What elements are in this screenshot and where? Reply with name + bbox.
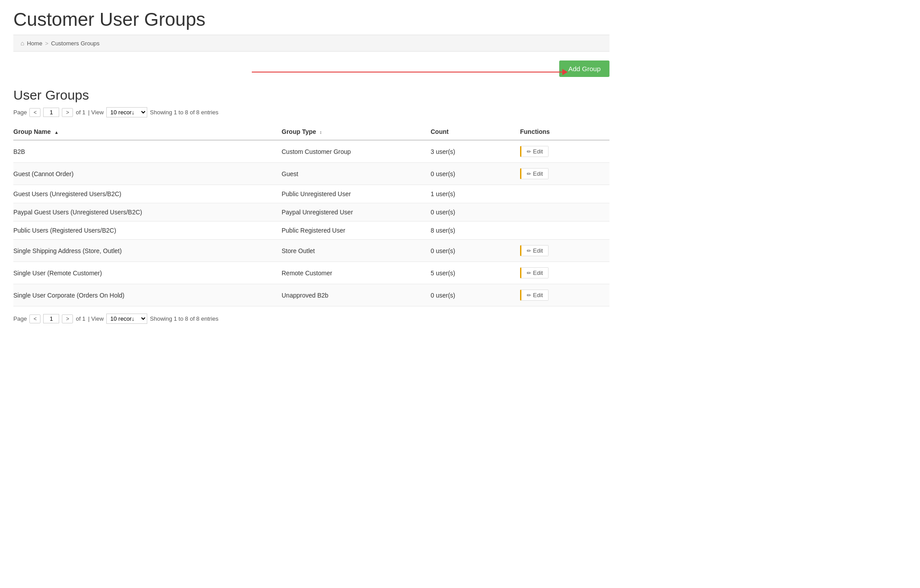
edit-button[interactable]: ✏Edit — [520, 245, 549, 256]
cell-functions — [520, 203, 609, 222]
home-icon: ⌂ — [20, 40, 24, 47]
table-row: Guest (Cannot Order)Guest0 user(s)✏Edit — [13, 163, 609, 185]
arrow-annotation — [252, 69, 568, 75]
page-label-top: Page — [13, 109, 27, 116]
next-page-bottom[interactable]: > — [62, 314, 73, 323]
pencil-icon: ✏ — [527, 149, 531, 155]
cell-count: 8 user(s) — [431, 222, 520, 240]
table-body: B2BCustom Customer Group3 user(s)✏EditGu… — [13, 140, 609, 306]
col-header-functions: Functions — [520, 124, 609, 140]
cell-count: 0 user(s) — [431, 163, 520, 185]
user-groups-table: Group Name ▲ Group Type ↕ Count Function… — [13, 124, 609, 306]
col-header-functions-label: Functions — [520, 128, 550, 135]
prev-page-top[interactable]: < — [29, 108, 40, 117]
pencil-icon: ✏ — [527, 270, 531, 276]
cell-functions — [520, 222, 609, 240]
cell-functions: ✏Edit — [520, 140, 609, 163]
edit-label: Edit — [533, 247, 543, 254]
showing-label-bottom: Showing 1 to 8 of 8 entries — [150, 315, 218, 322]
pencil-icon: ✏ — [527, 292, 531, 298]
cell-group-name: Single User (Remote Customer) — [13, 262, 282, 284]
cell-count: 3 user(s) — [431, 140, 520, 163]
edit-button[interactable]: ✏Edit — [520, 168, 549, 179]
table-row: Guest Users (Unregistered Users/B2C)Publ… — [13, 185, 609, 203]
cell-group-name: B2B — [13, 140, 282, 163]
col-header-group-type[interactable]: Group Type ↕ — [282, 124, 431, 140]
pagination-bottom: Page < > of 1 | View 10 recor↓ 25 record… — [13, 314, 609, 324]
pagination-top: Page < > of 1 | View 10 recor↓ 25 record… — [13, 107, 609, 117]
cell-group-type: Store Outlet — [282, 240, 431, 262]
sort-icon-group-type: ↕ — [319, 130, 322, 135]
cell-count: 0 user(s) — [431, 284, 520, 306]
col-header-count: Count — [431, 124, 520, 140]
cell-group-type: Paypal Unregistered User — [282, 203, 431, 222]
cell-functions: ✏Edit — [520, 163, 609, 185]
breadcrumb-home[interactable]: Home — [27, 40, 42, 47]
cell-group-name: Guest Users (Unregistered Users/B2C) — [13, 185, 282, 203]
cell-functions — [520, 185, 609, 203]
page-input-top[interactable] — [43, 108, 59, 117]
cell-count: 1 user(s) — [431, 185, 520, 203]
of-label-top: of 1 — [76, 109, 85, 116]
table-header-row: Group Name ▲ Group Type ↕ Count Function… — [13, 124, 609, 140]
cell-count: 5 user(s) — [431, 262, 520, 284]
cell-functions: ✏Edit — [520, 262, 609, 284]
cell-group-name: Public Users (Registered Users/B2C) — [13, 222, 282, 240]
edit-label: Edit — [533, 148, 543, 155]
page-wrapper: Customer User Groups ⌂ Home > Customers … — [0, 0, 623, 339]
cell-group-type: Unapproved B2b — [282, 284, 431, 306]
col-header-group-name[interactable]: Group Name ▲ — [13, 124, 282, 140]
table-row: Single User (Remote Customer)Remote Cust… — [13, 262, 609, 284]
of-label-bottom: of 1 — [76, 315, 85, 322]
breadcrumb-separator: > — [45, 40, 48, 47]
pencil-icon: ✏ — [527, 171, 531, 177]
view-select-top[interactable]: 10 recor↓ 25 records 50 records — [106, 107, 147, 117]
col-header-group-name-label: Group Name — [13, 128, 51, 135]
view-label-bottom: | View — [88, 315, 104, 322]
toolbar: Add Group — [13, 60, 609, 77]
section-title: User Groups — [13, 88, 609, 103]
cell-count: 0 user(s) — [431, 203, 520, 222]
cell-group-name: Single Shipping Address (Store, Outlet) — [13, 240, 282, 262]
cell-functions: ✏Edit — [520, 240, 609, 262]
edit-button[interactable]: ✏Edit — [520, 267, 549, 278]
page-input-bottom[interactable] — [43, 314, 59, 323]
showing-label-top: Showing 1 to 8 of 8 entries — [150, 109, 218, 116]
table-row: Paypal Guest Users (Unregistered Users/B… — [13, 203, 609, 222]
table-row: B2BCustom Customer Group3 user(s)✏Edit — [13, 140, 609, 163]
cell-group-name: Single User Corporate (Orders On Hold) — [13, 284, 282, 306]
table-row: Public Users (Registered Users/B2C)Publi… — [13, 222, 609, 240]
view-select-bottom[interactable]: 10 recor↓ 25 records 50 records — [106, 314, 147, 324]
edit-label: Edit — [533, 270, 543, 276]
cell-group-name: Guest (Cannot Order) — [13, 163, 282, 185]
edit-button[interactable]: ✏Edit — [520, 290, 549, 301]
cell-group-type: Guest — [282, 163, 431, 185]
cell-count: 0 user(s) — [431, 240, 520, 262]
breadcrumb-current: Customers Groups — [51, 40, 100, 47]
cell-group-type: Public Unregistered User — [282, 185, 431, 203]
prev-page-bottom[interactable]: < — [29, 314, 40, 323]
table-row: Single Shipping Address (Store, Outlet)S… — [13, 240, 609, 262]
cell-group-type: Public Registered User — [282, 222, 431, 240]
cell-group-name: Paypal Guest Users (Unregistered Users/B… — [13, 203, 282, 222]
next-page-top[interactable]: > — [62, 108, 73, 117]
breadcrumb: ⌂ Home > Customers Groups — [13, 35, 609, 52]
edit-button[interactable]: ✏Edit — [520, 146, 549, 157]
view-label-top: | View — [88, 109, 104, 116]
edit-label: Edit — [533, 170, 543, 177]
col-header-group-type-label: Group Type — [282, 128, 316, 135]
page-title: Customer User Groups — [13, 9, 609, 30]
table-header: Group Name ▲ Group Type ↕ Count Function… — [13, 124, 609, 140]
table-row: Single User Corporate (Orders On Hold)Un… — [13, 284, 609, 306]
sort-icon-group-name: ▲ — [54, 130, 59, 135]
col-header-count-label: Count — [431, 128, 448, 135]
page-label-bottom: Page — [13, 315, 27, 322]
cell-functions: ✏Edit — [520, 284, 609, 306]
cell-group-type: Custom Customer Group — [282, 140, 431, 163]
pencil-icon: ✏ — [527, 248, 531, 254]
cell-group-type: Remote Customer — [282, 262, 431, 284]
edit-label: Edit — [533, 292, 543, 298]
